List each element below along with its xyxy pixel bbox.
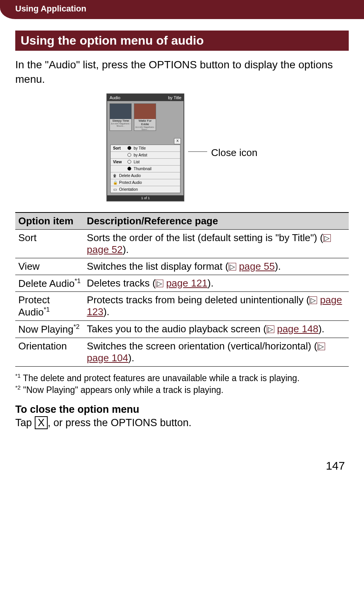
- radio-icon: [127, 146, 131, 150]
- page-number: 147: [0, 429, 364, 488]
- close-menu-text: Tap X, or press the OPTIONS button.: [15, 417, 349, 429]
- page-ref-icon: ▷: [267, 325, 274, 333]
- callout-label: Close icon: [211, 147, 257, 159]
- page-ref-link[interactable]: page 52: [87, 244, 123, 255]
- radio-icon: [127, 153, 131, 157]
- menu-row-orientation[interactable]: ▭ Orientation: [111, 186, 180, 193]
- options-table: Option item Description/Reference page S…: [15, 212, 349, 367]
- device-header: Audio by Title: [107, 94, 184, 101]
- page-content: Using the option menu of audio In the "A…: [0, 19, 364, 429]
- callout-line: [188, 151, 207, 152]
- menu-row-protect[interactable]: 🔒 Protect Audio: [111, 179, 180, 186]
- option-desc-cell: Takes you to the audio playback screen (…: [84, 320, 349, 338]
- thumbnail-row: Sleepy Time Jun-ichi Nagahara - Mount...…: [107, 101, 184, 133]
- option-item-cell: Sort: [15, 229, 84, 258]
- page-ref-link[interactable]: page 104: [87, 352, 128, 364]
- footnotes: *1 The delete and protect features are u…: [15, 372, 349, 396]
- option-desc-cell: Switches the screen orientation (vertica…: [84, 338, 349, 366]
- table-row: Protect Audio*1Protects tracks from bein…: [15, 292, 349, 321]
- option-item-cell: View: [15, 258, 84, 275]
- table-row: SortSorts the order of the list (default…: [15, 229, 349, 258]
- screenshot-figure: Audio by Title Sleepy Time Jun-ichi Naga…: [15, 93, 349, 201]
- orientation-icon: ▭: [113, 187, 117, 192]
- page-ref-icon: ▷: [156, 280, 163, 287]
- page-ref-icon: ▷: [317, 343, 325, 350]
- option-item-cell: Delete Audio*1: [15, 275, 84, 292]
- option-desc-cell: Sorts the order of the list (default set…: [84, 229, 349, 258]
- close-icon[interactable]: X: [174, 138, 181, 144]
- page-ref-icon: ▷: [309, 296, 317, 304]
- table-row: ViewSwitches the list display format (▷ …: [15, 258, 349, 275]
- option-item-cell: Protect Audio*1: [15, 292, 84, 321]
- x-icon: X: [35, 416, 48, 429]
- chapter-header: Using Application: [0, 0, 364, 19]
- chapter-title: Using Application: [15, 4, 86, 13]
- option-item-cell: Now Playing*2: [15, 320, 84, 338]
- th-option: Option item: [15, 212, 84, 230]
- option-desc-cell: Switches the list display format (▷ page…: [84, 258, 349, 275]
- device-screenshot: Audio by Title Sleepy Time Jun-ichi Naga…: [106, 93, 184, 201]
- screen-title: Audio: [110, 95, 120, 100]
- page-ref-link[interactable]: page 148: [277, 323, 318, 335]
- screen-sort-indicator: by Title: [168, 95, 181, 100]
- radio-icon: [127, 160, 131, 164]
- section-title: Using the option menu of audio: [15, 31, 349, 51]
- trash-icon: 🗑: [113, 174, 117, 178]
- audio-thumb: Sleepy Time Jun-ichi Nagahara - Mount...: [110, 103, 132, 131]
- device-footer: 1 of 1: [107, 195, 184, 201]
- intro-text: In the "Audio" list, press the OPTIONS b…: [15, 58, 349, 87]
- page-ref-link[interactable]: page 121: [166, 277, 207, 289]
- page-ref-icon: ▷: [229, 263, 236, 270]
- radio-icon: [127, 167, 131, 171]
- table-row: OrientationSwitches the screen orientati…: [15, 338, 349, 366]
- menu-row-sort-artist[interactable]: by Artist: [111, 152, 180, 159]
- page-ref-icon: ▷: [323, 234, 331, 242]
- page-ref-link[interactable]: page 55: [239, 261, 275, 272]
- audio-thumb: Waltz For Eddie Jun-ichi Nagahara - Soun…: [134, 103, 156, 131]
- close-menu-heading: To close the option menu: [15, 404, 349, 415]
- lock-icon: 🔒: [113, 180, 117, 185]
- menu-row-view-thumb[interactable]: Thumbnail: [111, 166, 180, 172]
- th-desc: Description/Reference page: [84, 212, 349, 230]
- menu-row-sort[interactable]: Sort by Title: [111, 145, 180, 152]
- table-row: Now Playing*2Takes you to the audio play…: [15, 320, 349, 338]
- option-desc-cell: Deletes tracks (▷ page 121).: [84, 275, 349, 292]
- options-menu-panel: X Sort by Title by Artist View List: [110, 145, 180, 193]
- option-item-cell: Orientation: [15, 338, 84, 366]
- table-row: Delete Audio*1Deletes tracks (▷ page 121…: [15, 275, 349, 292]
- menu-row-view[interactable]: View List: [111, 159, 180, 166]
- option-desc-cell: Protects tracks from being deleted unint…: [84, 292, 349, 321]
- page-ref-link[interactable]: page 123: [87, 294, 342, 317]
- menu-row-delete[interactable]: 🗑 Delete Audio: [111, 172, 180, 179]
